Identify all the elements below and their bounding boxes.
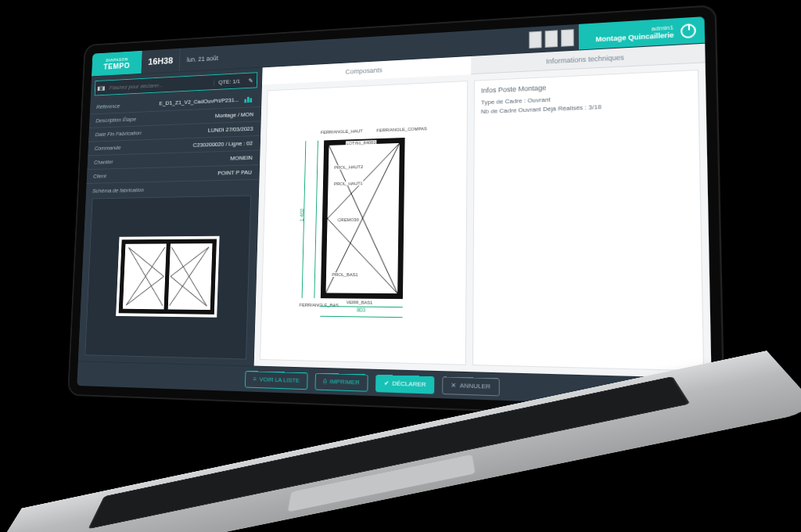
- dim-width: 803: [357, 307, 365, 312]
- pane-drawing: 1 402 FERR/A: [260, 81, 468, 365]
- dim-horizontal: 803: [320, 306, 402, 318]
- dim-vertical: 1 402: [302, 141, 318, 298]
- schema-thumbnail[interactable]: [84, 196, 251, 360]
- value: LUNDI 27/03/2023: [208, 125, 253, 133]
- pane-info: Infos Poste Montage Type de Cadre : Ouvr…: [472, 70, 704, 372]
- qte-cell[interactable]: QTE: 1/1: [214, 77, 244, 85]
- thumb-icon[interactable]: [561, 29, 574, 47]
- app-logo: DIAPASON TEMPO: [92, 51, 142, 77]
- annot: PROL_HAUT2: [333, 164, 364, 170]
- scan-input[interactable]: [106, 79, 214, 91]
- close-icon: ✕: [451, 382, 457, 390]
- value: Montage / MON: [215, 111, 254, 119]
- check-icon: ✔: [384, 379, 390, 386]
- left-panel: ▮▯▮ QTE: 1/1 ✎ Référence E_D1_Z1_V2_CadO…: [78, 67, 263, 365]
- label: DÉCLARER: [392, 380, 426, 389]
- thumb-icon[interactable]: [545, 30, 558, 48]
- edit-icon[interactable]: ✎: [244, 77, 257, 84]
- annuler-button[interactable]: ✕ ANNULER: [442, 376, 499, 396]
- label: VOIR LA LISTE: [259, 376, 300, 383]
- list-icon: ≡: [253, 376, 257, 383]
- label: Description Étape: [95, 116, 136, 124]
- topbar-thumbnails[interactable]: [524, 24, 579, 52]
- dim-height: 1 402: [300, 208, 305, 221]
- annot: CREMO30: [337, 217, 360, 222]
- window-2pane-icon: [116, 236, 219, 318]
- value: MONEIN: [230, 154, 252, 161]
- label: Référence: [96, 102, 120, 110]
- logo-line2: TEMPO: [103, 61, 130, 70]
- annot: PROL_HAUT1: [333, 181, 364, 186]
- imprimer-button[interactable]: ⎙ IMPRIMER: [314, 372, 368, 391]
- label: Chantier: [94, 159, 113, 166]
- label: ANNULER: [460, 382, 490, 390]
- voir-liste-button[interactable]: ≡ VOIR LA LISTE: [245, 371, 307, 390]
- value: POINT P PAU: [217, 169, 252, 176]
- technical-drawing[interactable]: 1 402 FERR/A: [298, 122, 428, 323]
- value: E_D1_Z1_V2_CadOuvPri/P231...: [159, 96, 239, 106]
- clock-date: lun. 21 août: [180, 45, 225, 71]
- label: IMPRIMER: [329, 378, 359, 386]
- value: C230200020 / Ligne : 02: [193, 140, 253, 149]
- clock-time: 16H38: [141, 49, 181, 74]
- label: Date Fin Fabrication: [95, 130, 141, 138]
- annot: VERR_BAS1: [346, 300, 374, 304]
- declarer-button[interactable]: ✔ DÉCLARER: [375, 374, 435, 394]
- scan-row[interactable]: ▮▯▮ QTE: 1/1 ✎: [95, 72, 258, 95]
- app-screen: DIAPASON TEMPO 16H38 lun. 21 août admin1…: [77, 16, 712, 408]
- thumb-icon[interactable]: [529, 31, 541, 48]
- annot: FERR/ANGLE_HAUT: [320, 128, 364, 135]
- qte-value: 1/1: [232, 77, 240, 84]
- right-panel: Composants Informations techniques 1 402: [254, 44, 712, 379]
- label: Commande: [95, 145, 121, 152]
- label: Client: [93, 173, 106, 179]
- power-icon[interactable]: [681, 23, 696, 38]
- print-icon: ⎙: [323, 378, 327, 385]
- qte-label: QTE:: [218, 78, 231, 85]
- barcode-icon: ▮▯▮: [95, 84, 107, 92]
- annot: PROL_BAS1: [331, 272, 358, 277]
- annot: FERR/ANGLE_COMPAS: [375, 126, 427, 132]
- stats-icon[interactable]: [244, 96, 254, 104]
